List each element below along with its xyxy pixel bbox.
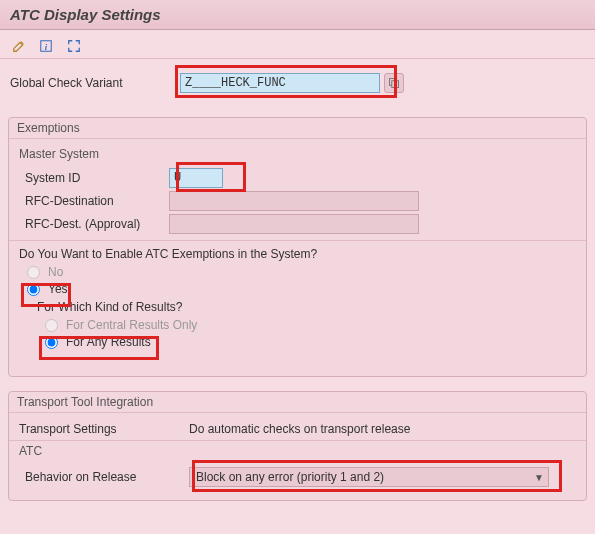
info-icon: i [39,39,53,53]
transport-settings-value: Do automatic checks on transport release [189,422,410,436]
svg-text:i: i [45,42,48,52]
global-check-variant-input[interactable] [180,73,380,93]
radio-any-input[interactable] [45,336,58,349]
behavior-label: Behavior on Release [19,470,189,484]
search-help-icon [388,77,400,89]
system-id-label: System ID [19,171,169,185]
radio-no-label: No [48,265,63,279]
svg-rect-3 [392,81,399,88]
toolbar: i [0,30,595,59]
radio-yes-input[interactable] [27,283,40,296]
exemptions-title: Exemptions [9,118,586,139]
behavior-dropdown[interactable]: Block on any error (priority 1 and 2) ▼ [189,467,549,487]
results-kind-question: For Which Kind of Results? [37,300,576,314]
transport-title: Transport Tool Integration [9,392,586,413]
expand-button[interactable] [63,36,85,56]
window-title: ATC Display Settings [0,0,595,30]
behavior-dropdown-value: Block on any error (priority 1 and 2) [196,470,384,484]
radio-central-results[interactable]: For Central Results Only [45,318,576,332]
system-id-input[interactable] [169,168,223,188]
transport-settings-label: Transport Settings [19,422,189,436]
rfc-approval-input[interactable] [169,214,419,234]
atc-subtitle: ATC [9,440,586,461]
radio-central-input [45,319,58,332]
chevron-down-icon: ▼ [534,472,544,483]
rfc-destination-input[interactable] [169,191,419,211]
global-check-label: Global Check Variant [10,76,180,90]
radio-no[interactable]: No [27,265,576,279]
pencil-icon [12,39,26,53]
info-button[interactable]: i [35,36,57,56]
rfc-approval-label: RFC-Dest. (Approval) [19,217,169,231]
radio-central-label: For Central Results Only [66,318,197,332]
search-help-button[interactable] [384,73,404,93]
radio-yes[interactable]: Yes [27,282,576,296]
radio-no-input [27,266,40,279]
exemptions-group: Exemptions Master System System ID RFC-D… [8,117,587,377]
edit-button[interactable] [8,36,30,56]
rfc-destination-label: RFC-Destination [19,194,169,208]
master-system-label: Master System [19,145,576,165]
radio-any-results[interactable]: For Any Results [45,335,576,349]
enable-exemptions-question: Do You Want to Enable ATC Exemptions in … [19,247,576,261]
radio-yes-label: Yes [48,282,68,296]
expand-icon [67,39,81,53]
radio-any-label: For Any Results [66,335,151,349]
transport-group: Transport Tool Integration Transport Set… [8,391,587,501]
